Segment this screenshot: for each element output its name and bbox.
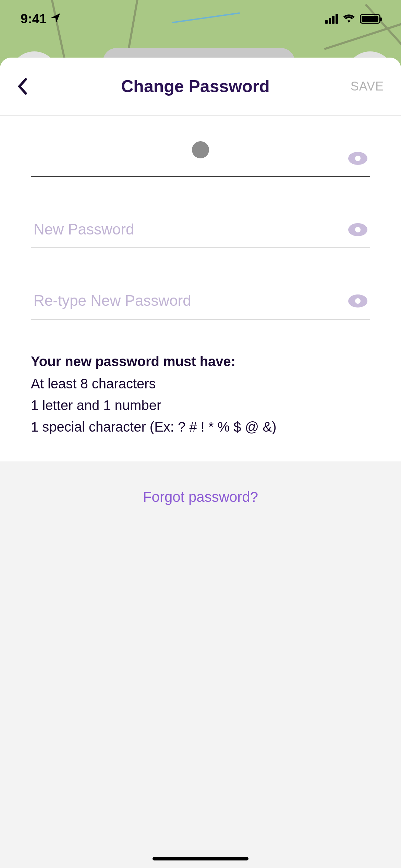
sheet-header: Change Password SAVE	[0, 58, 401, 116]
save-button[interactable]: SAVE	[350, 79, 384, 94]
svg-point-5	[355, 298, 361, 304]
loading-dot	[192, 141, 209, 158]
requirements-title: Your new password must have:	[31, 354, 363, 369]
current-password-row	[31, 140, 370, 177]
chevron-left-icon	[17, 78, 27, 95]
new-password-row	[31, 211, 370, 248]
retype-password-row	[31, 282, 370, 320]
svg-point-1	[355, 156, 361, 161]
home-indicator[interactable]	[153, 857, 248, 860]
forgot-password-link[interactable]: Forgot password?	[143, 489, 258, 505]
requirement-item: At least 8 characters	[31, 376, 363, 391]
requirement-item: 1 special character (Ex: ? # ! * % $ @ &…	[31, 419, 363, 435]
location-arrow-icon	[50, 12, 61, 26]
footer-area: Forgot password?	[0, 461, 401, 868]
new-password-input[interactable]	[31, 211, 370, 248]
retype-password-input[interactable]	[31, 282, 370, 320]
toggle-visibility-icon[interactable]	[348, 294, 367, 308]
toggle-visibility-icon[interactable]	[348, 152, 367, 165]
time-label: 9:41	[21, 12, 47, 26]
change-password-sheet: Change Password SAVE	[0, 58, 401, 868]
back-button[interactable]	[17, 74, 41, 98]
wifi-icon	[343, 13, 355, 24]
toggle-visibility-icon[interactable]	[348, 223, 367, 236]
password-requirements: Your new password must have: At least 8 …	[31, 354, 370, 435]
status-icons	[325, 13, 380, 24]
page-title: Change Password	[41, 76, 350, 96]
requirement-item: 1 letter and 1 number	[31, 398, 363, 413]
svg-point-3	[355, 227, 361, 232]
status-bar: 9:41	[0, 0, 401, 38]
battery-icon	[360, 14, 380, 24]
status-time: 9:41	[21, 12, 61, 26]
password-form: Your new password must have: At least 8 …	[0, 116, 401, 461]
cellular-signal-icon	[325, 14, 338, 24]
